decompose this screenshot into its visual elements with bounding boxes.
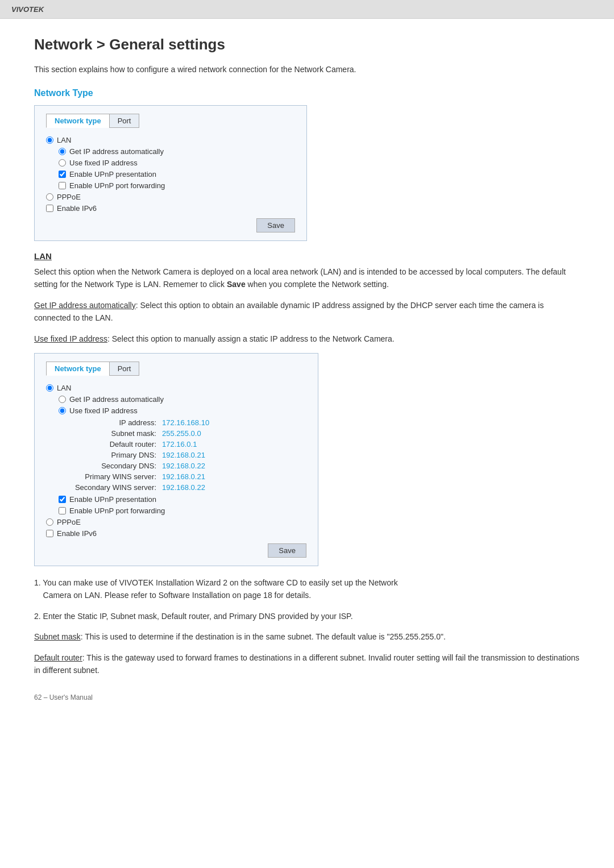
primary-dns-row: Primary DNS: 192.168.0.21 xyxy=(71,451,306,459)
get-ip-paragraph: Get IP address automatically: Select thi… xyxy=(34,299,580,325)
upnp-presentation-input-2[interactable] xyxy=(59,496,66,503)
secondary-dns-value: 192.168.0.22 xyxy=(162,462,205,470)
secondary-dns-label: Secondary DNS: xyxy=(71,462,162,470)
pppoe-radio-input-2[interactable] xyxy=(46,518,53,526)
pppoe-radio-2[interactable]: PPPoE xyxy=(46,518,306,526)
default-router-term: Default router xyxy=(34,653,82,662)
main-content: Network > General settings This section … xyxy=(0,19,614,724)
tab-port-2[interactable]: Port xyxy=(109,362,140,376)
primary-wins-value: 192.168.0.21 xyxy=(162,472,205,481)
tab-network-type-1[interactable]: Network type xyxy=(46,114,109,128)
fixed-ip-paragraph: Use fixed IP address: Select this option… xyxy=(34,333,580,345)
use-fixed-ip-input-1[interactable] xyxy=(59,159,66,167)
secondary-dns-row: Secondary DNS: 192.168.0.22 xyxy=(71,462,306,470)
fixed-ip-term: Use fixed IP address xyxy=(34,334,107,343)
page-footer: 62 – User's Manual xyxy=(34,693,580,701)
pppoe-radio-input-1[interactable] xyxy=(46,193,53,201)
brand-name: VIVOTEK xyxy=(11,5,44,14)
tab-bar-1: Network type Port xyxy=(46,114,295,128)
save-row-1: Save xyxy=(46,218,295,232)
note-2: 2. Enter the Static IP, Subnet mask, Def… xyxy=(34,610,580,622)
ipv6-check-1[interactable]: Enable IPv6 xyxy=(46,204,295,213)
subnet-mask-label: Subnet mask: xyxy=(71,429,162,438)
lan-heading: LAN xyxy=(34,251,580,261)
page-title: Network > General settings xyxy=(34,36,580,53)
ip-address-value: 172.16.168.10 xyxy=(162,418,209,427)
intro-text: This section explains how to configure a… xyxy=(34,64,580,76)
use-fixed-ip-radio-1[interactable]: Use fixed IP address xyxy=(59,159,295,167)
default-router-value: 172.16.0.1 xyxy=(162,440,197,448)
lan-option-2: LAN Get IP address automatically Use fix… xyxy=(46,384,306,538)
lan-option-1: LAN Get IP address automatically Use fix… xyxy=(46,136,295,213)
save-button-1[interactable]: Save xyxy=(256,218,295,232)
header-bar: VIVOTEK xyxy=(0,0,614,19)
get-ip-auto-radio-2[interactable]: Get IP address automatically xyxy=(59,395,306,404)
pppoe-radio-1[interactable]: PPPoE xyxy=(46,193,295,201)
default-router-note: Default router: This is the gateway used… xyxy=(34,651,580,677)
get-ip-auto-input-2[interactable] xyxy=(59,396,66,403)
subnet-mask-value: 255.255.0.0 xyxy=(162,429,201,438)
lan-radio-2[interactable]: LAN xyxy=(46,384,306,392)
ipv6-input-1[interactable] xyxy=(46,205,53,212)
sub-radio-group-1: Get IP address automatically Use fixed I… xyxy=(59,147,295,190)
upnp-port-fwd-check-2[interactable]: Enable UPnP port forwarding xyxy=(59,506,306,515)
get-ip-term: Get IP address automatically xyxy=(34,301,136,310)
tab-network-type-2[interactable]: Network type xyxy=(46,362,109,376)
primary-wins-label: Primary WINS server: xyxy=(71,472,162,481)
default-router-row: Default router: 172.16.0.1 xyxy=(71,440,306,448)
note-1: 1. You can make use of VIVOTEK Installat… xyxy=(34,576,580,602)
use-fixed-ip-input-2[interactable] xyxy=(59,407,66,414)
primary-dns-value: 192.168.0.21 xyxy=(162,451,205,459)
ip-address-row: IP address: 172.16.168.10 xyxy=(71,418,306,427)
subnet-mask-note: Subnet mask: This is used to determine i… xyxy=(34,630,580,643)
network-type-panel-1: Network type Port LAN Get IP address aut… xyxy=(34,105,307,241)
lan-paragraph-1: Select this option when the Network Came… xyxy=(34,265,580,291)
secondary-wins-label: Secondary WINS server: xyxy=(71,483,162,492)
subnet-mask-term: Subnet mask xyxy=(34,632,81,641)
ipv6-check-2[interactable]: Enable IPv6 xyxy=(46,529,306,538)
sub-radio-group-2: Get IP address automatically Use fixed I… xyxy=(59,395,306,515)
ipv6-input-2[interactable] xyxy=(46,530,53,537)
network-type-heading: Network Type xyxy=(34,88,580,98)
secondary-wins-row: Secondary WINS server: 192.168.0.22 xyxy=(71,483,306,492)
upnp-presentation-input-1[interactable] xyxy=(59,171,66,178)
save-row-2: Save xyxy=(46,543,306,558)
primary-dns-label: Primary DNS: xyxy=(71,451,162,459)
tab-bar-2: Network type Port xyxy=(46,362,306,376)
lan-radio-1[interactable]: LAN xyxy=(46,136,295,144)
upnp-presentation-check-1[interactable]: Enable UPnP presentation xyxy=(59,170,295,178)
upnp-port-fwd-input-2[interactable] xyxy=(59,507,66,514)
primary-wins-row: Primary WINS server: 192.168.0.21 xyxy=(71,472,306,481)
default-router-label: Default router: xyxy=(71,440,162,448)
subnet-mask-row: Subnet mask: 255.255.0.0 xyxy=(71,429,306,438)
secondary-wins-value: 192.168.0.22 xyxy=(162,483,205,492)
upnp-port-fwd-check-1[interactable]: Enable UPnP port forwarding xyxy=(59,181,295,190)
fixed-ip-fields: IP address: 172.16.168.10 Subnet mask: 2… xyxy=(71,418,306,492)
tab-port-1[interactable]: Port xyxy=(109,114,140,128)
ip-address-label: IP address: xyxy=(71,418,162,427)
lan-radio-input-1[interactable] xyxy=(46,136,53,144)
save-button-2[interactable]: Save xyxy=(268,543,306,558)
use-fixed-ip-radio-2[interactable]: Use fixed IP address xyxy=(59,406,306,415)
network-type-panel-2: Network type Port LAN Get IP address aut… xyxy=(34,353,318,566)
get-ip-auto-input-1[interactable] xyxy=(59,148,66,155)
upnp-port-fwd-input-1[interactable] xyxy=(59,182,66,189)
upnp-presentation-check-2[interactable]: Enable UPnP presentation xyxy=(59,495,306,504)
get-ip-auto-radio-1[interactable]: Get IP address automatically xyxy=(59,147,295,156)
lan-radio-input-2[interactable] xyxy=(46,384,53,392)
